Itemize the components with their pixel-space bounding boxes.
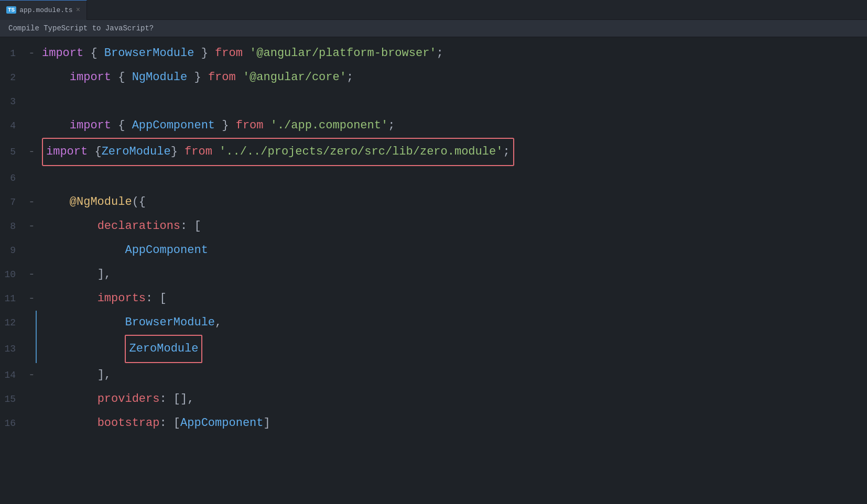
token: BrowserModule xyxy=(104,47,194,60)
line-number-3: 3 xyxy=(0,96,26,107)
token: from xyxy=(208,71,236,84)
line-number-13: 13 xyxy=(0,344,26,354)
tab-close-button[interactable]: × xyxy=(76,6,80,14)
left-border-indicator xyxy=(36,311,37,335)
token: './app.component' xyxy=(270,119,388,132)
notification-bar: Compile TypeScript to JavaScript? xyxy=(0,20,867,37)
token: : [], xyxy=(159,392,194,406)
code-line-8: 8− declarations: [ xyxy=(0,214,867,238)
token-class-name: ZeroModule xyxy=(102,145,171,158)
token xyxy=(42,342,125,355)
code-content-8: declarations: [ xyxy=(37,214,867,238)
code-content-2: import { NgModule } from '@angular/core'… xyxy=(37,65,867,90)
code-line-1: 1−import { BrowserModule } from '@angula… xyxy=(0,41,867,65)
token: '@angular/core' xyxy=(243,71,346,84)
line-number-4: 4 xyxy=(0,120,26,131)
token: ], xyxy=(97,268,111,281)
token: from xyxy=(215,47,243,60)
fold-minus-icon: − xyxy=(29,199,33,206)
line-number-5: 5 xyxy=(0,147,26,157)
tab-bar: TS app.module.ts × xyxy=(0,0,867,20)
code-line-5: 5−import {ZeroModule} from '../../projec… xyxy=(0,138,867,166)
token xyxy=(42,119,70,132)
code-line-12: 12 BrowserModule, xyxy=(0,311,867,335)
token-plain: } xyxy=(171,145,185,158)
line-number-7: 7 xyxy=(0,197,26,207)
token-plain: ; xyxy=(503,145,510,158)
code-line-11: 11− imports: [ xyxy=(0,287,867,311)
code-content-15: providers: [], xyxy=(37,387,867,411)
token: ({ xyxy=(132,195,146,209)
code-content-4: import { AppComponent } from './app.comp… xyxy=(37,114,867,138)
token: { xyxy=(111,119,132,132)
token xyxy=(42,368,97,381)
token: import xyxy=(42,47,83,60)
token-plain: { xyxy=(88,145,101,158)
fold-gutter-10: − xyxy=(26,271,37,278)
code-line-16: 16 bootstrap: [AppComponent] xyxy=(0,411,867,435)
token: ], xyxy=(97,368,111,381)
token xyxy=(42,268,97,281)
token: } xyxy=(215,119,236,132)
line-number-9: 9 xyxy=(0,245,26,256)
token xyxy=(236,71,243,84)
token: declarations xyxy=(97,220,180,233)
token: bootstrap xyxy=(97,417,160,430)
token xyxy=(42,392,97,406)
token: { xyxy=(111,71,132,84)
token xyxy=(264,119,270,132)
code-content-9: AppComponent xyxy=(37,238,867,262)
fold-gutter-1: − xyxy=(26,50,37,57)
code-line-9: 9 AppComponent xyxy=(0,238,867,262)
code-content-13: ZeroModule xyxy=(37,335,867,363)
token: AppComponent xyxy=(125,244,208,257)
fold-gutter-14: − xyxy=(26,371,37,379)
line-number-15: 15 xyxy=(0,394,26,404)
line-number-6: 6 xyxy=(0,173,26,183)
token: ] xyxy=(264,417,270,430)
fold-gutter-5: − xyxy=(26,148,37,156)
fold-minus-icon: − xyxy=(29,223,33,230)
code-line-13: 13 ZeroModule xyxy=(0,335,867,363)
code-content-7: @NgModule({ xyxy=(37,190,867,214)
token: ; xyxy=(388,119,395,132)
code-line-6: 6 xyxy=(0,166,867,190)
token-kw-import: import xyxy=(46,145,88,158)
token: AppComponent xyxy=(132,119,215,132)
token xyxy=(42,417,97,430)
code-line-14: 14− ], xyxy=(0,363,867,387)
token-kw-from: from xyxy=(185,145,212,158)
highlight-box: import {ZeroModule} from '../../projects… xyxy=(42,138,514,166)
token: : [ xyxy=(180,220,201,233)
token xyxy=(42,244,125,257)
line-number-1: 1 xyxy=(0,48,26,59)
token: { xyxy=(83,47,104,60)
token: , xyxy=(215,316,222,329)
code-line-10: 10− ], xyxy=(0,262,867,287)
code-line-15: 15 providers: [], xyxy=(0,387,867,411)
code-line-3: 3 xyxy=(0,90,867,114)
token: import xyxy=(70,71,111,84)
token: '@angular/platform-browser' xyxy=(250,47,436,60)
token xyxy=(42,292,97,305)
code-line-2: 2 import { NgModule } from '@angular/cor… xyxy=(0,65,867,90)
code-content-14: ], xyxy=(37,363,867,387)
tab-label: app.module.ts xyxy=(19,6,72,14)
token: ; xyxy=(346,71,353,84)
code-content-12: BrowserModule, xyxy=(37,311,867,335)
code-editor: 1−import { BrowserModule } from '@angula… xyxy=(0,37,867,435)
file-tab[interactable]: TS app.module.ts × xyxy=(0,0,87,20)
token: providers xyxy=(97,392,160,406)
code-content-1: import { BrowserModule } from '@angular/… xyxy=(37,41,867,65)
token: @NgModule xyxy=(70,195,132,209)
token: } xyxy=(187,71,208,84)
code-line-4: 4 import { AppComponent } from './app.co… xyxy=(0,114,867,138)
zero-module-highlight-box: ZeroModule xyxy=(125,335,202,363)
fold-gutter-8: − xyxy=(26,223,37,230)
line-number-11: 11 xyxy=(0,293,26,304)
fold-gutter-11: − xyxy=(26,295,37,302)
fold-minus-icon: − xyxy=(29,148,33,156)
token xyxy=(42,71,70,84)
token: : [ xyxy=(146,292,167,305)
left-border-indicator xyxy=(36,335,37,363)
